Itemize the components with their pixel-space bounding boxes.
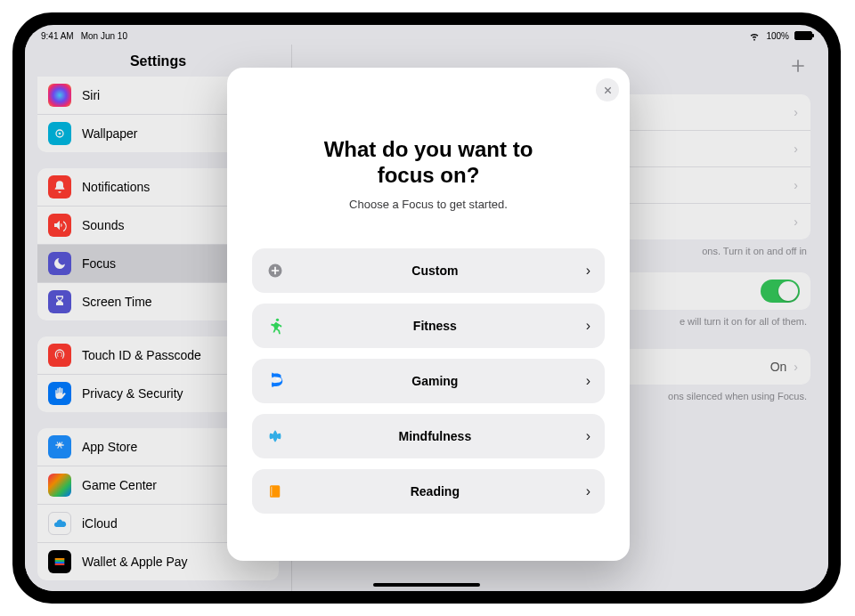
book-icon [266,482,284,500]
focus-option-label: Mindfulness [284,429,586,443]
svg-rect-3 [55,560,65,562]
chevron-right-icon: › [794,105,798,119]
modal-title: What do you want to focus on? [252,137,605,189]
status-bar: 9:41 AM Mon Jun 10 100% [25,25,828,43]
chevron-right-icon: › [586,428,590,444]
chevron-right-icon: › [794,142,798,156]
sidebar-item-label: Wallpaper [82,126,138,141]
status-time: 9:41 AM [41,31,74,41]
svg-point-1 [59,133,61,135]
svg-rect-4 [55,562,65,563]
svg-rect-5 [55,563,65,565]
focus-option-label: Gaming [284,374,586,388]
plus-circle-icon [266,262,284,280]
focus-status-value: On [770,360,787,374]
chevron-right-icon: › [586,373,590,389]
chevron-right-icon: › [794,360,798,374]
focus-option-reading[interactable]: Reading › [252,469,605,514]
chevron-right-icon: › [586,318,590,334]
focus-option-label: Custom [284,263,586,278]
moon-icon [48,252,71,275]
sidebar-item-label: Wallet & Apple Pay [82,555,188,569]
speaker-icon [48,214,71,237]
toggle-on[interactable] [761,280,800,303]
chevron-right-icon: › [794,178,798,192]
chevron-right-icon: › [794,215,798,229]
siri-icon [48,84,71,107]
device-bezel: 9:41 AM Mon Jun 10 100% Settings Sir [12,12,841,604]
svg-point-11 [276,318,279,320]
sidebar-item-label: Touch ID & Passcode [82,348,201,362]
wallpaper-icon [48,122,71,145]
sidebar-item-label: Siri [82,88,100,102]
battery-icon [794,31,812,40]
hand-icon [48,382,71,405]
battery-percent: 100% [766,31,789,41]
add-focus-button[interactable] [786,53,810,78]
focus-option-custom[interactable]: Custom › [252,248,605,293]
svg-point-12 [276,377,279,380]
sidebar-item-label: App Store [82,440,137,454]
modal-subtitle: Choose a Focus to get started. [252,198,605,211]
screen: 9:41 AM Mon Jun 10 100% Settings Sir [25,25,828,591]
focus-option-label: Reading [284,484,586,498]
focus-option-mindfulness[interactable]: Mindfulness › [252,414,605,458]
sidebar-item-label: Notifications [82,180,150,194]
focus-option-fitness[interactable]: Fitness › [252,304,605,348]
focus-selection-modal: What do you want to focus on? Choose a F… [227,68,630,561]
sidebar-item-label: Game Center [82,478,157,492]
lotus-icon [266,427,284,445]
chevron-right-icon: › [586,263,590,279]
focus-option-gaming[interactable]: Gaming › [252,359,605,403]
wallet-icon [48,550,71,573]
gamecenter-icon [48,474,71,497]
running-icon [266,317,284,335]
close-button[interactable] [596,78,619,101]
sidebar-item-label: iCloud [82,516,118,531]
sidebar-item-label: Privacy & Security [82,386,183,401]
svg-rect-2 [55,558,65,560]
wifi-icon [748,29,761,43]
home-indicator[interactable] [373,583,480,587]
sidebar-item-label: Screen Time [82,295,152,309]
bell-icon [48,175,71,199]
chevron-right-icon: › [586,483,590,499]
sidebar-item-label: Focus [82,256,116,271]
status-date: Mon Jun 10 [81,31,127,41]
focus-option-label: Fitness [284,319,586,333]
appstore-icon [48,435,71,458]
hourglass-icon [48,290,71,313]
rocket-icon [266,372,284,390]
cloud-icon [48,512,71,535]
fingerprint-icon [48,344,71,367]
sidebar-item-label: Sounds [82,218,124,232]
